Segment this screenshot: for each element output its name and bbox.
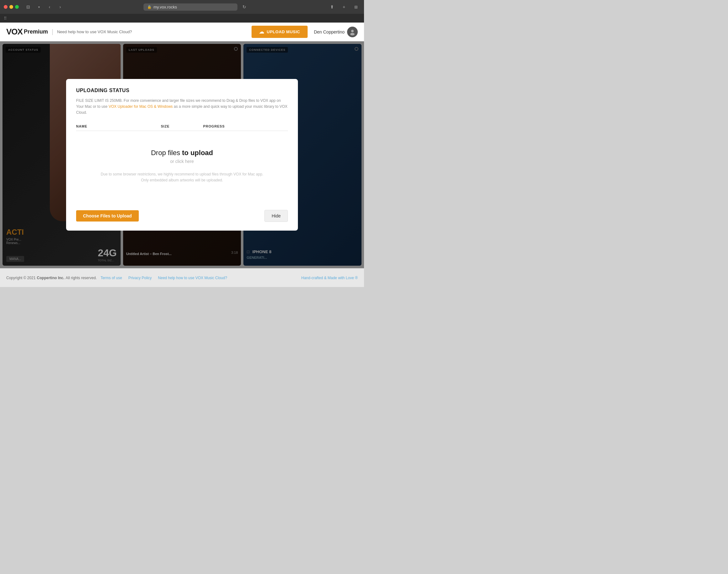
made-with-text: & Made with Love ® bbox=[324, 276, 358, 280]
logo-area: VOX Premium bbox=[6, 27, 48, 37]
footer-left: Copyright © 2021 Coppertino Inc. All rig… bbox=[6, 276, 229, 280]
copyright-text: Copyright © 2021 bbox=[6, 276, 36, 280]
browser-chrome: ⊟ ▾ ‹ › 🔒 my.vox.rocks ↻ ⬆ + ⊞ bbox=[0, 0, 364, 14]
drop-warning: Due to some browser restrictions, we hig… bbox=[101, 171, 263, 183]
th-size: SIZE bbox=[161, 124, 203, 128]
svg-point-1 bbox=[350, 33, 355, 35]
url-text: my.vox.rocks bbox=[154, 5, 177, 9]
drop-warning-line2: Only embedded album artworks will be upl… bbox=[101, 177, 263, 183]
user-area: Den Coppertino bbox=[314, 27, 358, 37]
drop-subtitle: or click here bbox=[170, 159, 194, 164]
sidebar-toggle[interactable]: ⊟ bbox=[24, 2, 33, 11]
hide-button[interactable]: Hide bbox=[264, 210, 288, 222]
apps-icon[interactable]: ⠿ bbox=[4, 16, 7, 21]
user-avatar[interactable] bbox=[347, 27, 358, 37]
logo-premium: Premium bbox=[24, 29, 48, 35]
drop-warning-line1: Due to some browser restrictions, we hig… bbox=[101, 171, 263, 177]
privacy-link[interactable]: Privacy Policy bbox=[128, 276, 152, 280]
modal-footer: Choose Files to Upload Hide bbox=[76, 205, 288, 222]
app-header: VOX Premium | Need help how to use VOX M… bbox=[0, 23, 364, 41]
th-name: NAME bbox=[76, 124, 161, 128]
address-bar[interactable]: 🔒 my.vox.rocks bbox=[143, 3, 238, 11]
sidebar-chevron[interactable]: ▾ bbox=[35, 2, 43, 11]
company-name: Coppertino Inc. bbox=[37, 276, 65, 280]
footer-right: Hand-crafted & Made with Love ® bbox=[301, 276, 358, 280]
user-name: Den Coppertino bbox=[314, 30, 345, 35]
upload-music-button[interactable]: ☁ UPLOAD MUSIC bbox=[252, 26, 308, 38]
browser-actions: ⬆ + ⊞ bbox=[328, 2, 360, 11]
traffic-lights bbox=[4, 5, 19, 9]
minimize-button[interactable] bbox=[9, 5, 13, 9]
svg-point-0 bbox=[351, 30, 354, 32]
share-icon[interactable]: ⬆ bbox=[328, 2, 336, 11]
header-divider: | bbox=[52, 28, 53, 35]
handcrafted-text: Hand-crafted bbox=[301, 276, 323, 280]
table-header: NAME SIZE PROGRESS bbox=[76, 122, 288, 131]
tab-bar: ⠿ bbox=[0, 14, 364, 23]
modal-title: UPLOADING STATUS bbox=[76, 88, 288, 93]
terms-link[interactable]: Terms of use bbox=[100, 276, 122, 280]
rights-text: All rights reserved. bbox=[66, 276, 97, 280]
main-content: ACCOUNT STATUS ACTI VOX Pre... Renews...… bbox=[0, 41, 364, 268]
close-button[interactable] bbox=[4, 5, 7, 9]
drop-title: Drop files to upload bbox=[151, 149, 213, 157]
upload-modal: UPLOADING STATUS FILE SIZE LIMIT IS 250M… bbox=[66, 79, 298, 231]
modal-overlay: UPLOADING STATUS FILE SIZE LIMIT IS 250M… bbox=[0, 41, 364, 268]
upload-btn-label: UPLOAD MUSIC bbox=[267, 30, 300, 34]
browser-controls: ⊟ ▾ ‹ › bbox=[24, 2, 65, 11]
grid-icon[interactable]: ⊞ bbox=[351, 2, 360, 11]
refresh-button[interactable]: ↻ bbox=[240, 2, 249, 11]
upload-cloud-icon: ☁ bbox=[259, 29, 264, 35]
help-link[interactable]: Need help how to use VOX Music Cloud? bbox=[158, 276, 227, 280]
vox-uploader-link[interactable]: VOX Uploader for Mac OS & Windows bbox=[109, 104, 173, 109]
logo-vox: VOX bbox=[6, 27, 23, 37]
drop-title-normal: Drop files bbox=[151, 149, 182, 157]
lock-icon: 🔒 bbox=[147, 5, 152, 9]
fullscreen-button[interactable] bbox=[15, 5, 19, 9]
modal-description: FILE SIZE LIMIT IS 250MB. For more conve… bbox=[76, 98, 288, 116]
choose-files-button[interactable]: Choose Files to Upload bbox=[76, 210, 139, 221]
header-help-text: Need help how to use VOX Music Cloud? bbox=[57, 30, 132, 34]
drop-title-bold: to upload bbox=[182, 149, 213, 157]
address-bar-container: 🔒 my.vox.rocks ↻ bbox=[67, 2, 325, 11]
forward-button[interactable]: › bbox=[56, 2, 65, 11]
new-tab-icon[interactable]: + bbox=[340, 2, 348, 11]
drop-zone[interactable]: Drop files to upload or click here Due t… bbox=[76, 135, 288, 197]
back-button[interactable]: ‹ bbox=[45, 2, 54, 11]
footer: Copyright © 2021 Coppertino Inc. All rig… bbox=[0, 268, 364, 287]
th-progress: PROGRESS bbox=[203, 124, 288, 128]
